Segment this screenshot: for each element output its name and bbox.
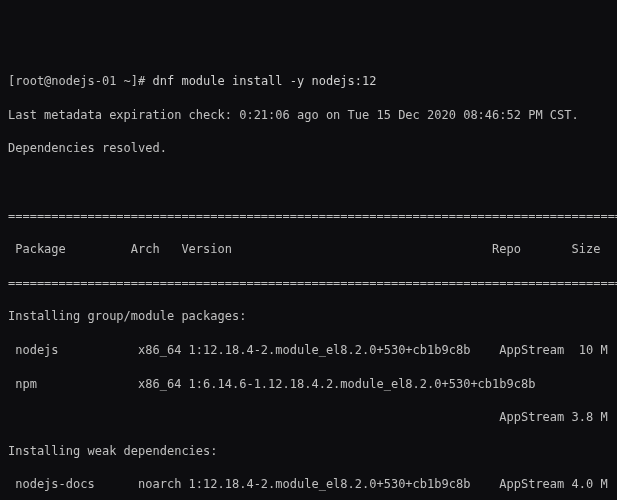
prompt-tilde: ~	[124, 74, 131, 88]
prompt-user-host: [root@nodejs-01	[8, 74, 124, 88]
section-group-packages-header: Installing group/module packages:	[8, 308, 609, 325]
table-header-row: Package Arch Version Repo Size	[8, 241, 609, 258]
blank-line	[8, 174, 609, 191]
command-text: dnf module install -y nodejs:12	[153, 74, 377, 88]
metadata-line: Last metadata expiration check: 0:21:06 …	[8, 107, 609, 124]
table-row: npm x86_64 1:6.14.6-1.12.18.4.2.module_e…	[8, 376, 609, 393]
rule-header: ========================================…	[8, 275, 609, 292]
section-weak-deps-header: Installing weak dependencies:	[8, 443, 609, 460]
prompt-line: [root@nodejs-01 ~]# dnf module install -…	[8, 73, 609, 90]
rule-top: ========================================…	[8, 208, 609, 225]
table-row: nodejs-docs noarch 1:12.18.4-2.module_el…	[8, 476, 609, 493]
deps-resolved-line: Dependencies resolved.	[8, 140, 609, 157]
table-row: nodejs x86_64 1:12.18.4-2.module_el8.2.0…	[8, 342, 609, 359]
table-row: AppStream 3.8 M	[8, 409, 609, 426]
prompt-closer: ]#	[131, 74, 153, 88]
